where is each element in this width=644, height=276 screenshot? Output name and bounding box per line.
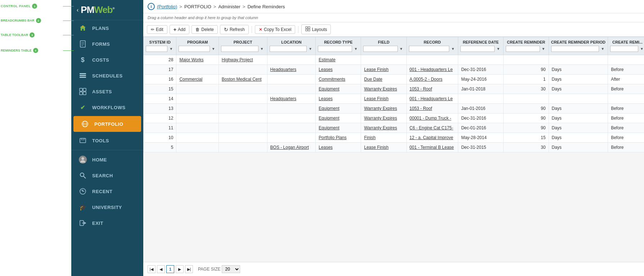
- sidebar-item-home[interactable]: HOME: [71, 152, 143, 168]
- table-cell: 28: [144, 55, 176, 65]
- sidebar-item-costs[interactable]: $ COSTS: [71, 52, 143, 68]
- edit-button[interactable]: ✏ Edit: [147, 25, 167, 34]
- layouts-button[interactable]: Layouts: [301, 25, 331, 34]
- copy-excel-button[interactable]: ✕ Copy To Excel: [255, 25, 295, 34]
- delete-icon: 🗑: [195, 27, 200, 32]
- sidebar-item-plans[interactable]: PLANS: [71, 20, 143, 36]
- table-cell[interactable]: Estimate: [316, 55, 361, 65]
- sidebar-item-recent[interactable]: RECENT: [71, 183, 143, 199]
- table-cell[interactable]: 001 - Terminal B Lease: [406, 143, 458, 152]
- table-cell[interactable]: 001 - Headquarters Le: [406, 65, 458, 75]
- table-cell[interactable]: 1053 - Roof: [406, 104, 458, 113]
- filter-system-id-icon[interactable]: ▼: [168, 46, 174, 51]
- table-cell[interactable]: Due Date: [361, 75, 406, 84]
- filter-field-icon[interactable]: ▼: [398, 46, 404, 51]
- table-cell[interactable]: Equipment: [316, 113, 361, 123]
- table-cell: [608, 55, 644, 65]
- sidebar-item-portfolio-label: PORTFOLIO: [94, 121, 123, 127]
- table-cell[interactable]: Commercial: [176, 75, 219, 84]
- sidebar-item-schedules[interactable]: SCHEDULES: [71, 68, 143, 84]
- table-cell: After: [608, 75, 644, 84]
- table-cell: [219, 104, 267, 113]
- table-cell[interactable]: Boston Medical Cent: [219, 75, 267, 84]
- table-cell[interactable]: Equipment: [316, 104, 361, 113]
- sidebar-collapse-button[interactable]: ‹: [77, 7, 78, 13]
- filter-create-reminder-icon[interactable]: ▼: [541, 46, 546, 51]
- table-cell[interactable]: Leases: [316, 94, 361, 104]
- table-cell[interactable]: Headquarters: [267, 94, 316, 104]
- table-cell: Dec-31-2016: [458, 113, 504, 123]
- prev-page-button[interactable]: ◀: [157, 265, 165, 273]
- table-cell[interactable]: Finish: [361, 133, 406, 143]
- filter-create-reminder[interactable]: [506, 46, 540, 52]
- table-cell[interactable]: Lease Finish: [361, 65, 406, 75]
- first-page-button[interactable]: |◀: [148, 265, 156, 273]
- filter-create-remi-af-icon[interactable]: ▼: [639, 46, 644, 51]
- table-cell[interactable]: A.0005-2 - Doors: [406, 75, 458, 84]
- sidebar-item-search[interactable]: SEARCH: [71, 168, 143, 183]
- table-cell[interactable]: 12 - a. Capital Improve: [406, 133, 458, 143]
- sidebar-item-search-label: SEARCH: [92, 173, 113, 178]
- table-cell[interactable]: Warranty Expires: [361, 123, 406, 133]
- table-cell[interactable]: Commitments: [316, 75, 361, 84]
- table-cell[interactable]: Highway Project: [219, 55, 267, 65]
- table-cell: Dec-31-2015: [458, 143, 504, 152]
- table-cell[interactable]: Major Works: [176, 55, 219, 65]
- annotation-3: TABLE TOOLBAR 3: [1, 32, 35, 37]
- table-cell: [176, 84, 219, 94]
- filter-system-id[interactable]: [146, 46, 167, 52]
- col-record-type: RECORD TYPE ▼: [316, 37, 361, 55]
- table-cell[interactable]: BOS - Logan Airport: [267, 143, 316, 152]
- filter-create-remi-af[interactable]: [610, 46, 638, 52]
- table-cell[interactable]: Warranty Expires: [361, 113, 406, 123]
- filter-ref-date-icon[interactable]: ▼: [495, 46, 501, 51]
- sidebar-item-workflows[interactable]: ✔ WORKFLOWS: [71, 99, 143, 115]
- filter-location[interactable]: [270, 46, 307, 52]
- table-cell[interactable]: Equipment: [316, 123, 361, 133]
- table-cell[interactable]: Leases: [316, 143, 361, 152]
- refresh-button[interactable]: ↻ Refresh: [220, 25, 249, 34]
- table-cell[interactable]: 1053 - Roof: [406, 84, 458, 94]
- breadcrumb-sep-2: >: [213, 4, 216, 9]
- sidebar-item-tools[interactable]: TOOLS: [71, 133, 143, 148]
- table-cell[interactable]: Lease Finish: [361, 143, 406, 152]
- delete-button[interactable]: 🗑 Delete: [192, 25, 218, 34]
- breadcrumb-portfolio-link[interactable]: (Portfolio): [157, 4, 177, 9]
- table-cell[interactable]: 001 - Headquarters Le: [406, 94, 458, 104]
- filter-location-icon[interactable]: ▼: [307, 46, 313, 51]
- sidebar-item-assets[interactable]: ASSETS: [71, 84, 143, 99]
- filter-program[interactable]: [179, 46, 210, 52]
- table-cell[interactable]: Portfolio Plans: [316, 133, 361, 143]
- filter-project[interactable]: [221, 46, 258, 52]
- svg-rect-5: [80, 73, 86, 74]
- table-cell[interactable]: Equipment: [316, 84, 361, 94]
- filter-field[interactable]: [363, 46, 397, 52]
- filter-record-type[interactable]: [318, 46, 352, 52]
- filter-program-icon[interactable]: ▼: [211, 46, 216, 51]
- table-cell[interactable]: 00001 - Dump Truck -: [406, 113, 458, 123]
- next-page-button[interactable]: ▶: [176, 265, 184, 273]
- breadcrumb-info-icon[interactable]: i: [148, 3, 155, 10]
- filter-period-icon[interactable]: ▼: [600, 46, 605, 51]
- sidebar-item-forms[interactable]: FORMS: [71, 36, 143, 52]
- filter-record-type-icon[interactable]: ▼: [353, 46, 359, 51]
- page-size-select[interactable]: 20 50 100: [222, 265, 240, 273]
- filter-period[interactable]: [551, 46, 599, 52]
- add-button[interactable]: + Add: [170, 25, 190, 34]
- filter-record-icon[interactable]: ▼: [450, 46, 456, 51]
- sidebar-item-exit[interactable]: EXIT: [71, 215, 143, 231]
- filter-record[interactable]: [409, 46, 450, 52]
- sidebar-item-portfolio[interactable]: PORTFOLIO: [73, 116, 141, 132]
- sidebar-item-schedules-label: SCHEDULES: [92, 73, 123, 79]
- last-page-button[interactable]: ▶|: [185, 265, 193, 273]
- table-cell[interactable]: Leases: [316, 65, 361, 75]
- table-cell[interactable]: Lease Finish: [361, 94, 406, 104]
- table-cell[interactable]: Warranty Expires: [361, 84, 406, 94]
- filter-ref-date[interactable]: [460, 46, 495, 52]
- table-cell[interactable]: C6 - Engine Cat C175-: [406, 123, 458, 133]
- sidebar-item-university[interactable]: 🎓 UNIVERSITY: [71, 199, 143, 215]
- table-cell[interactable]: Warranty Expires: [361, 104, 406, 113]
- table-container[interactable]: SYSTEM ID ▼ PROGRAM ▼: [143, 37, 644, 262]
- filter-project-icon[interactable]: ▼: [259, 46, 265, 51]
- table-cell[interactable]: Headquarters: [267, 65, 316, 75]
